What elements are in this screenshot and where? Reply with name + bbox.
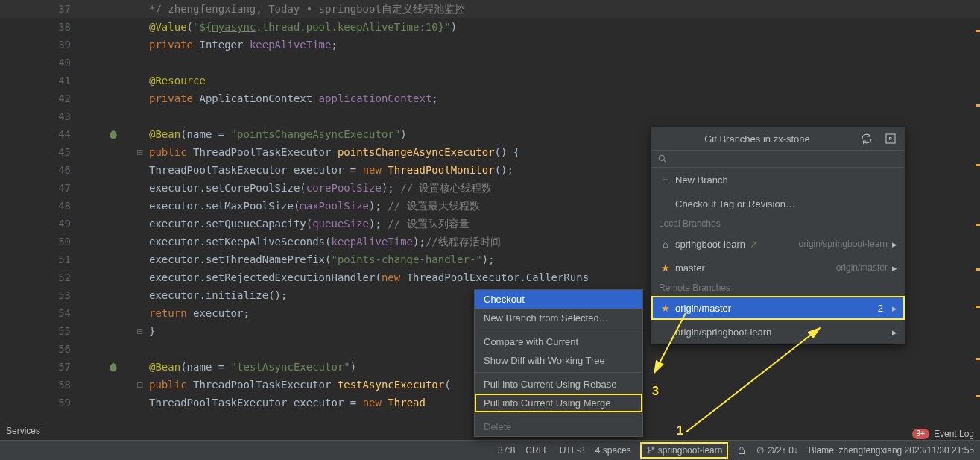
- remote-branches-header: Remote Branches: [651, 280, 905, 296]
- code-line[interactable]: 42 private ApplicationContext applicatio…: [0, 89, 980, 107]
- indent-setting[interactable]: 4 spaces: [595, 445, 631, 456]
- branch-search[interactable]: [651, 150, 905, 168]
- gutter: [78, 340, 130, 358]
- gutter: [78, 36, 130, 54]
- code-text[interactable]: @Resource: [149, 72, 980, 89]
- fold-handle: [130, 394, 149, 412]
- fold-handle: [130, 125, 149, 143]
- line-number: 47: [0, 179, 78, 197]
- local-branch-springboot-learn[interactable]: ⌂ springboot-learn ↗ origin/springboot-l…: [651, 232, 905, 256]
- tag-icon: ⌂: [659, 239, 672, 250]
- menu-item-checkout[interactable]: Checkout: [475, 290, 642, 309]
- fold-handle: [130, 197, 149, 215]
- gutter: [78, 0, 130, 18]
- line-number: 45: [0, 143, 78, 161]
- fold-handle: [130, 304, 149, 322]
- fold-handle: [130, 18, 149, 36]
- chevron-right-icon: ▸: [892, 303, 897, 314]
- line-number: 51: [0, 251, 78, 268]
- line-number: 43: [0, 107, 78, 125]
- gutter: [78, 394, 130, 412]
- services-toolwindow-tab[interactable]: Services: [1, 423, 45, 439]
- gutter: [78, 233, 130, 251]
- line-number: 48: [0, 197, 78, 215]
- line-number: 38: [0, 18, 78, 36]
- line-number: 52: [0, 268, 78, 286]
- fold-handle: [130, 251, 149, 268]
- checkout-tag-item[interactable]: Checkout Tag or Revision…: [651, 192, 905, 215]
- fold-handle[interactable]: ⊟: [130, 322, 149, 340]
- fold-handle[interactable]: ⊟: [130, 376, 149, 394]
- gutter: [78, 376, 130, 394]
- code-text[interactable]: [149, 54, 980, 72]
- code-text[interactable]: private ApplicationContext applicationCo…: [149, 89, 980, 107]
- code-line[interactable]: 41 @Resource: [0, 72, 980, 89]
- event-log-button[interactable]: 9+ Event Log: [912, 429, 974, 439]
- code-line[interactable]: 37 */ zhengfengxiang, Today • springboot…: [0, 0, 980, 18]
- annotation-number-2: 2: [878, 303, 883, 314]
- file-encoding[interactable]: UTF-8: [560, 445, 585, 456]
- code-line[interactable]: 39 private Integer keepAliveTime;: [0, 36, 980, 54]
- lock-icon[interactable]: [737, 446, 746, 455]
- line-number: 56: [0, 340, 78, 358]
- fold-handle: [130, 161, 149, 179]
- line-number: 46: [0, 161, 78, 179]
- fold-handle: [130, 54, 149, 72]
- svg-point-4: [648, 452, 649, 453]
- fold-handle: [130, 358, 149, 376]
- line-separator[interactable]: CRLF: [525, 445, 549, 456]
- local-branch-master[interactable]: ★ master origin/master ▸: [651, 256, 905, 280]
- menu-item-compare-with-current[interactable]: Compare with Current: [475, 333, 642, 351]
- gutter: [78, 286, 130, 304]
- line-number: 41: [0, 72, 78, 89]
- line-number: 37: [0, 0, 78, 18]
- gutter: [78, 107, 130, 125]
- error-stripe[interactable]: [976, 0, 980, 429]
- menu-separator: [475, 330, 642, 330]
- caret-position[interactable]: 37:8: [498, 445, 515, 456]
- code-text[interactable]: */ zhengfengxiang, Today • springboot自定义…: [149, 0, 980, 18]
- code-line[interactable]: 40: [0, 54, 980, 72]
- gutter: [78, 304, 130, 322]
- gutter: [78, 268, 130, 286]
- menu-item-show-diff-with-working-tree[interactable]: Show Diff with Working Tree: [475, 351, 642, 370]
- line-number: 57: [0, 358, 78, 376]
- menu-item-pull-into-current-using-rebase[interactable]: Pull into Current Using Rebase: [475, 375, 642, 394]
- line-number: 49: [0, 215, 78, 233]
- branches-popup-title-bar: Git Branches in zx-stone: [651, 127, 905, 150]
- line-number: 39: [0, 36, 78, 54]
- fold-handle: [130, 36, 149, 54]
- gutter: [78, 143, 130, 161]
- code-text[interactable]: [149, 107, 980, 125]
- fold-handle: [130, 107, 149, 125]
- svg-point-3: [648, 447, 649, 449]
- star-icon: ★: [659, 262, 672, 274]
- menu-item-new-branch-from-selected[interactable]: New Branch from Selected…: [475, 309, 642, 327]
- refresh-icon[interactable]: [860, 132, 873, 145]
- fold-handle: [130, 89, 149, 107]
- git-sync-status[interactable]: ∅ ∅/2↑ 0↓: [756, 445, 797, 456]
- fold-handle[interactable]: ⊟: [130, 143, 149, 161]
- fold-handle: [130, 215, 149, 233]
- svg-point-5: [652, 447, 654, 449]
- expand-icon[interactable]: [884, 132, 897, 145]
- new-branch-item[interactable]: ＋ New Branch: [651, 168, 905, 192]
- code-line[interactable]: 38 @Value("${myasync.thread.pool.keepAli…: [0, 18, 980, 36]
- git-branch-status[interactable]: springboot-learn: [642, 444, 727, 457]
- code-text[interactable]: private Integer keepAliveTime;: [149, 36, 980, 54]
- fold-handle: [130, 268, 149, 286]
- gutter: [78, 215, 130, 233]
- menu-item-pull-into-current-using-merge[interactable]: Pull into Current Using Merge: [475, 394, 642, 412]
- fold-handle: [130, 340, 149, 358]
- git-branches-popup: Git Branches in zx-stone ＋ New Branch Ch…: [651, 127, 905, 344]
- remote-branch-origin-springboot-learn[interactable]: origin/springboot-learn ▸: [651, 320, 905, 344]
- code-text[interactable]: @Value("${myasync.thread.pool.keepAliveT…: [149, 18, 980, 36]
- branches-popup-title: Git Branches in zx-stone: [659, 133, 856, 145]
- line-number: 44: [0, 125, 78, 143]
- remote-branch-origin-master[interactable]: ★ origin/master 2 ▸: [651, 296, 905, 320]
- menu-separator: [475, 372, 642, 373]
- code-line[interactable]: 43: [0, 107, 980, 125]
- gutter: [78, 72, 130, 89]
- push-arrow-icon: ↗: [750, 239, 758, 250]
- gutter: [78, 197, 130, 215]
